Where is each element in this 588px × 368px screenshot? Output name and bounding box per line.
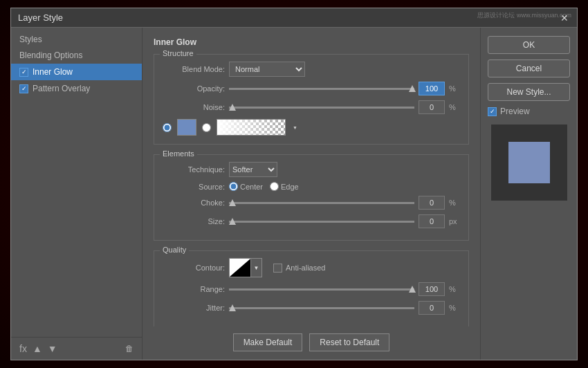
pattern-overlay-checkbox[interactable] xyxy=(19,84,28,93)
range-row: Range: % xyxy=(163,282,460,296)
preview-checkbox[interactable] xyxy=(488,107,497,116)
preview-row: Preview xyxy=(488,107,530,116)
preview-canvas xyxy=(491,125,567,201)
opacity-unit: % xyxy=(449,84,460,93)
elements-label: Elements xyxy=(160,149,197,158)
color-swatch[interactable] xyxy=(177,119,196,136)
preview-square xyxy=(508,142,550,183)
jitter-row: Jitter: % xyxy=(163,301,460,315)
noise-unit: % xyxy=(449,103,460,111)
quality-label: Quality xyxy=(160,246,189,254)
cancel-button[interactable]: Cancel xyxy=(488,59,570,77)
contour-row: Contour: ▼ Anti-aliased xyxy=(163,258,460,277)
action-buttons: Make Default Reset to Default xyxy=(143,326,480,360)
choke-unit: % xyxy=(449,199,460,207)
sidebar-footer: fx ▲ ▼ 🗑 xyxy=(11,337,142,360)
size-row: Size: px xyxy=(163,214,460,228)
contour-label: Contour: xyxy=(163,264,225,272)
opacity-label: Opacity: xyxy=(163,84,225,93)
contour-thumbnail[interactable] xyxy=(229,258,251,277)
elements-group: Elements Technique: Softer Precise Sourc… xyxy=(154,154,469,241)
sidebar-item-blending[interactable]: Blending Options xyxy=(11,47,142,64)
jitter-slider[interactable] xyxy=(229,303,414,313)
new-style-button[interactable]: New Style... xyxy=(488,83,570,101)
technique-row: Technique: Softer Precise xyxy=(163,162,460,177)
edge-radio[interactable]: Edge xyxy=(270,182,299,191)
range-input[interactable] xyxy=(419,282,445,296)
size-input[interactable] xyxy=(419,214,445,228)
jitter-thumb[interactable] xyxy=(229,304,236,311)
solid-radio[interactable] xyxy=(163,123,172,132)
size-label: Size: xyxy=(163,217,225,226)
noise-row: Noise: % xyxy=(163,100,460,114)
sidebar-item-pattern-overlay[interactable]: Pattern Overlay xyxy=(11,80,142,97)
choke-thumb[interactable] xyxy=(229,199,236,206)
source-radio-group: Center Edge xyxy=(229,182,299,191)
dialog-body: Styles Blending Options Inner Glow Patte… xyxy=(11,28,577,360)
inner-glow-checkbox[interactable] xyxy=(19,68,28,77)
range-slider[interactable] xyxy=(229,284,414,294)
contour-control: ▼ xyxy=(229,258,262,277)
gradient-arrow[interactable]: ▼ xyxy=(293,125,297,130)
noise-thumb[interactable] xyxy=(229,104,236,111)
opacity-slider[interactable] xyxy=(229,84,414,93)
main-content: Inner Glow Structure Blend Mode: Normal … xyxy=(143,28,480,360)
center-radio[interactable]: Center xyxy=(229,182,263,191)
contour-dropdown[interactable]: ▼ xyxy=(251,258,262,277)
blend-mode-row: Blend Mode: Normal Multiply Screen Overl… xyxy=(163,62,460,77)
trash-icon[interactable]: 🗑 xyxy=(125,344,134,353)
noise-input[interactable] xyxy=(419,100,445,114)
technique-label: Technique: xyxy=(163,165,225,174)
sidebar-item-inner-glow[interactable]: Inner Glow xyxy=(11,64,142,80)
panel: Inner Glow Structure Blend Mode: Normal … xyxy=(143,28,480,326)
jitter-input[interactable] xyxy=(419,301,445,315)
source-label: Source: xyxy=(163,183,225,191)
reset-default-button[interactable]: Reset to Default xyxy=(309,333,389,351)
blend-mode-select[interactable]: Normal Multiply Screen Overlay xyxy=(229,62,305,77)
opacity-input[interactable] xyxy=(419,82,445,95)
choke-label: Choke: xyxy=(163,199,225,207)
antialias-checkbox[interactable] xyxy=(273,264,282,273)
up-icon[interactable]: ▲ xyxy=(33,343,42,354)
jitter-label: Jitter: xyxy=(163,304,225,312)
right-panel: OK Cancel New Style... Preview xyxy=(480,28,577,360)
size-slider[interactable] xyxy=(229,217,414,226)
antialias-row: Anti-aliased xyxy=(273,264,325,273)
size-unit: px xyxy=(449,217,460,226)
down-icon[interactable]: ▼ xyxy=(48,343,57,354)
opacity-thumb[interactable] xyxy=(409,85,416,92)
sidebar-header: Styles xyxy=(11,28,142,47)
opacity-row: Opacity: % xyxy=(163,82,460,95)
noise-label: Noise: xyxy=(163,103,225,111)
source-row: Source: Center Edge xyxy=(163,182,460,191)
range-label: Range: xyxy=(163,285,225,293)
range-unit: % xyxy=(449,285,460,293)
gradient-radio[interactable] xyxy=(202,123,211,132)
dialog-title: Layer Style xyxy=(18,12,63,23)
inner-glow-title: Inner Glow xyxy=(154,37,469,47)
choke-row: Choke: % xyxy=(163,196,460,210)
make-default-button[interactable]: Make Default xyxy=(233,333,303,351)
layer-style-dialog: 思源设计论坛 www.missyuan.com Layer Style ✕ St… xyxy=(10,8,578,360)
quality-group: Quality Contour: ▼ Anti-al xyxy=(154,250,469,326)
choke-input[interactable] xyxy=(419,196,445,210)
color-row: ▼ xyxy=(163,119,460,136)
antialias-label: Anti-aliased xyxy=(286,264,325,272)
noise-slider[interactable] xyxy=(229,102,414,112)
structure-group: Structure Blend Mode: Normal Multiply Sc… xyxy=(154,54,469,145)
sidebar: Styles Blending Options Inner Glow Patte… xyxy=(11,28,143,360)
contour-triangle xyxy=(230,259,250,277)
preview-label: Preview xyxy=(500,107,530,116)
ok-button[interactable]: OK xyxy=(488,36,570,54)
choke-slider[interactable] xyxy=(229,198,414,208)
structure-label: Structure xyxy=(160,49,196,57)
gradient-preview[interactable] xyxy=(217,119,286,136)
technique-select[interactable]: Softer Precise xyxy=(229,162,277,177)
size-thumb[interactable] xyxy=(229,218,236,225)
range-thumb[interactable] xyxy=(409,286,416,293)
jitter-unit: % xyxy=(449,304,460,312)
blend-mode-label: Blend Mode: xyxy=(163,65,225,73)
fx-icon[interactable]: fx xyxy=(19,343,27,354)
watermark: 思源设计论坛 www.missyuan.com xyxy=(477,11,571,20)
